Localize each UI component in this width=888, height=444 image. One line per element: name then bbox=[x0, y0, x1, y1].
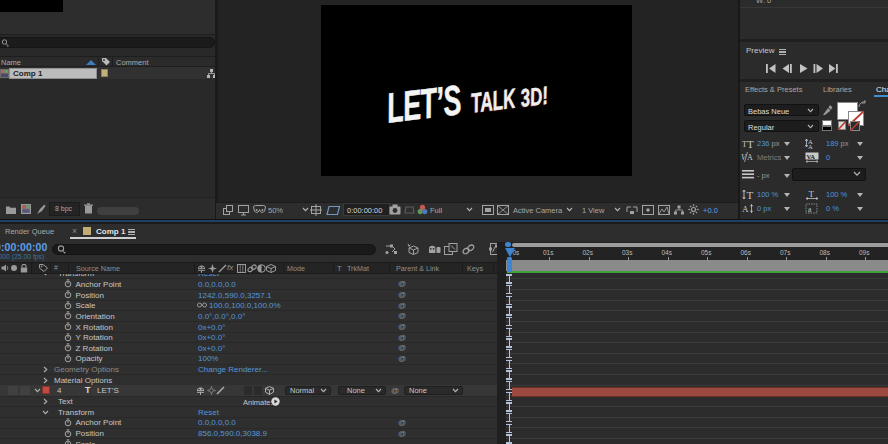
svg-text:T: T bbox=[747, 138, 754, 148]
svg-text:A: A bbox=[747, 153, 753, 162]
svg-text:A: A bbox=[742, 204, 749, 214]
svg-text:T: T bbox=[747, 189, 754, 200]
svg-text:T: T bbox=[809, 189, 815, 199]
svg-text:VA: VA bbox=[807, 153, 816, 160]
svg-text:a: a bbox=[808, 205, 812, 214]
svg-text:A: A bbox=[808, 143, 813, 149]
